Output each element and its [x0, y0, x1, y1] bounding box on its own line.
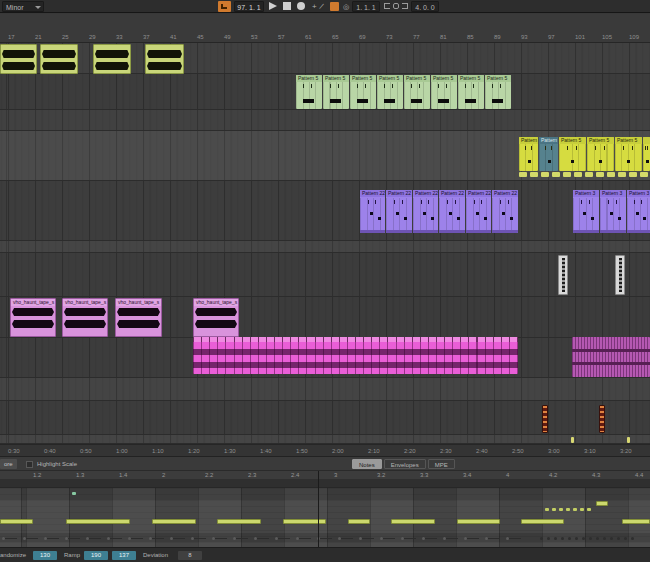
highlight-scale-checkbox[interactable] — [26, 461, 33, 468]
clip-yellow-midi[interactable]: Pattern 5 — [559, 137, 586, 171]
clip-yellow-midi[interactable]: Pattern 5 — [615, 137, 642, 171]
clip-red-striped[interactable] — [542, 405, 548, 433]
track-lane-white-audio[interactable] — [0, 253, 650, 297]
clip-purple-midi[interactable]: Pattern 3 — [600, 190, 626, 233]
automation-re-enable-button[interactable] — [330, 2, 339, 11]
stop-button[interactable] — [283, 2, 291, 10]
clip-green-midi[interactable]: Pattern 5 — [377, 75, 403, 109]
clip-green-midi[interactable]: Pattern 5 — [458, 75, 484, 109]
clip-white-audio[interactable] — [558, 255, 568, 295]
clip-yellow-midi[interactable]: Pattern 5 — [587, 137, 614, 171]
draw-mode-pencil-icon[interactable]: ∕ — [320, 1, 323, 12]
track-lane-tick-marks[interactable] — [0, 435, 650, 444]
mini-clip-dash[interactable] — [541, 172, 549, 177]
midi-note[interactable] — [283, 519, 326, 524]
clip-pink-audio[interactable]: vho_haunt_tape_s — [10, 298, 56, 337]
clip-white-audio[interactable] — [615, 255, 625, 295]
clip-magenta-right[interactable] — [572, 337, 650, 377]
clip-purple-midi[interactable]: Pattern 22 — [492, 190, 518, 233]
clip-purple-midi[interactable]: Pattern 22 — [413, 190, 438, 233]
midi-note-dot[interactable] — [559, 508, 563, 511]
clip-purple-midi[interactable]: Pattern 22 — [439, 190, 465, 233]
clip-purple-midi[interactable]: Pattern 3 — [573, 190, 599, 233]
midi-note-dot[interactable] — [552, 508, 556, 511]
midi-note[interactable] — [66, 519, 130, 524]
clip-yellow-midi[interactable]: Pattern 20 — [519, 137, 538, 171]
mini-clip-dash[interactable] — [607, 172, 615, 177]
beat-ruler[interactable]: 1.21.31.422.22.32.433.23.33.444.24.34.4 — [0, 471, 650, 479]
midi-note[interactable] — [0, 519, 33, 524]
clip-yellow-midi[interactable]: Pattern 20 — [539, 137, 558, 171]
track-lane-empty-3[interactable] — [0, 378, 650, 401]
clip-green-audio[interactable] — [0, 44, 37, 74]
tab-mpe[interactable]: MPE — [428, 459, 455, 469]
mini-clip-dash[interactable] — [585, 172, 593, 177]
mini-clip-dash[interactable] — [574, 172, 582, 177]
loop-marker-strip[interactable] — [0, 479, 650, 488]
punch-out-icon[interactable] — [402, 3, 408, 9]
ramp-value-box[interactable]: 190 — [84, 551, 108, 560]
midi-note[interactable] — [391, 519, 435, 524]
follow-button[interactable] — [218, 1, 231, 12]
record-button[interactable] — [297, 2, 305, 10]
clip-green-midi[interactable]: Pattern 5 — [296, 75, 322, 109]
clip-pink-audio[interactable]: vho_haunt_tape_s — [193, 298, 239, 337]
midi-note-dot[interactable] — [566, 508, 570, 511]
clip-green-midi[interactable]: Pattern 5 — [404, 75, 430, 109]
clip-green-midi[interactable]: Pattern 5 — [323, 75, 349, 109]
clip-green-audio[interactable] — [40, 44, 78, 74]
track-lane-red-audio[interactable] — [0, 401, 650, 435]
midi-note[interactable] — [596, 501, 608, 506]
clip-pink-audio[interactable]: vho_haunt_tape_s — [115, 298, 162, 337]
midi-note-editor[interactable]: 1.21.31.422.22.32.433.23.33.444.24.34.4 — [0, 471, 650, 547]
clip-green-midi[interactable]: Pattern 5 — [350, 75, 376, 109]
note-grid[interactable] — [0, 488, 650, 547]
clip-green-midi[interactable]: Pattern 5 — [485, 75, 511, 109]
loop-toggle-icon[interactable] — [393, 3, 399, 9]
arrangement-area[interactable]: Pattern 5Pattern 5Pattern 5Pattern 5Patt… — [0, 43, 650, 444]
mini-clip-dash[interactable] — [563, 172, 571, 177]
mini-clip-dash[interactable] — [519, 172, 527, 177]
clip-green-audio[interactable] — [93, 44, 131, 74]
play-button[interactable] — [269, 2, 277, 10]
mini-clip-dash[interactable] — [640, 172, 648, 177]
punch-in-icon[interactable] — [384, 3, 390, 9]
arrangement-position-display[interactable]: 97. 1. 1 — [234, 1, 264, 12]
clip-purple-midi[interactable]: Pattern 22 — [466, 190, 491, 233]
midi-note-dot[interactable] — [545, 508, 549, 511]
clip-purple-midi[interactable]: Pattern 22 — [386, 190, 412, 233]
clip-yellow-tick[interactable] — [627, 437, 630, 443]
clip-magenta-strip[interactable] — [193, 337, 518, 374]
midi-note-dot[interactable] — [573, 508, 577, 511]
clip-yellow-midi[interactable] — [643, 137, 650, 171]
punch-position-display[interactable]: 1. 1. 1 — [352, 1, 380, 12]
scale-selector[interactable]: Minor — [2, 1, 44, 12]
midi-note[interactable] — [622, 519, 650, 524]
track-lane-purple-midi[interactable] — [0, 181, 650, 241]
tab-envelopes[interactable]: Envelopes — [384, 459, 426, 469]
clip-purple-midi[interactable]: Pattern 22 — [360, 190, 385, 233]
mini-clip-dash[interactable] — [629, 172, 637, 177]
midi-note[interactable] — [348, 519, 370, 524]
clip-green-audio[interactable] — [145, 44, 184, 74]
clip-red-striped[interactable] — [599, 405, 605, 433]
midi-note[interactable] — [457, 519, 500, 524]
overdub-plus-icon[interactable]: + — [312, 1, 317, 12]
mini-clip-dash[interactable] — [552, 172, 560, 177]
midi-note-dot[interactable] — [580, 508, 584, 511]
beat-time-ruler[interactable]: 1721252933374145495357616569737781858993… — [0, 14, 650, 43]
midi-note[interactable] — [152, 519, 196, 524]
midi-note[interactable] — [521, 519, 564, 524]
track-lane-empty-1[interactable] — [0, 110, 650, 131]
mini-clip-dash[interactable] — [530, 172, 538, 177]
time-ruler[interactable]: 0:300:400:501:001:101:201:301:401:502:00… — [0, 444, 650, 457]
midi-note-dot[interactable] — [587, 508, 591, 511]
mini-clip-dash[interactable] — [618, 172, 626, 177]
midi-note[interactable] — [217, 519, 261, 524]
capture-midi-icon[interactable]: ◎ — [343, 1, 349, 12]
tab-notes[interactable]: Notes — [352, 459, 382, 469]
clip-green-midi[interactable]: Pattern 5 — [431, 75, 457, 109]
clip-pink-audio[interactable]: vho_haunt_tape_s — [62, 298, 108, 337]
loop-length-display[interactable]: 4. 0. 0 — [411, 1, 439, 12]
second-value-box[interactable]: 137 — [112, 551, 136, 560]
